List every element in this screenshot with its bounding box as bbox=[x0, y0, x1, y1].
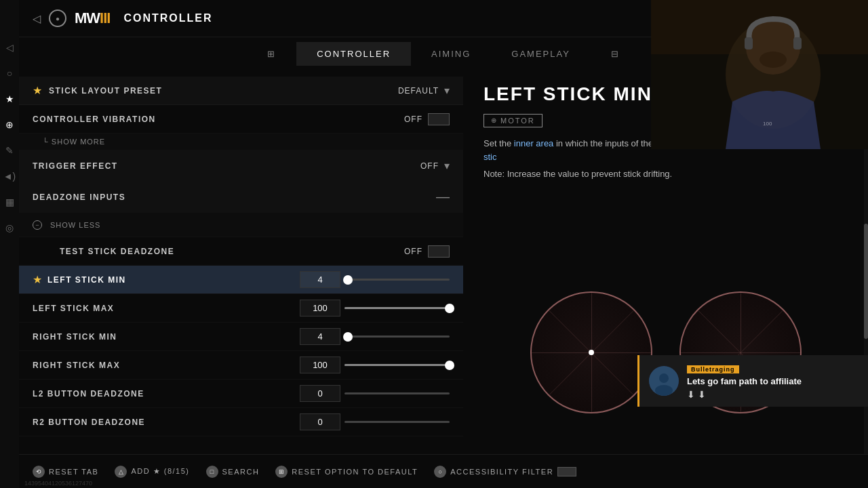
svg-point-1 bbox=[659, 373, 669, 383]
sidebar-icon-grid[interactable]: ▦ bbox=[3, 195, 16, 209]
motor-icon: ⊕ bbox=[491, 117, 496, 124]
notif-content: Bulletraging Lets go fam path to affilia… bbox=[687, 362, 859, 400]
webcam-overlay: 100 bbox=[651, 0, 868, 149]
slider-thumb-2[interactable] bbox=[445, 304, 454, 313]
sidebar-icon-controller[interactable]: ⊕ bbox=[3, 118, 16, 131]
left-stick-center bbox=[589, 350, 594, 355]
trigger-effect-value: OFF bbox=[420, 161, 439, 171]
slider-thumb-4[interactable] bbox=[445, 361, 454, 370]
stick-layout-row[interactable]: ★ STICK LAYOUT PRESET DEFAULT ▾ bbox=[19, 77, 463, 105]
controller-vibration-row[interactable]: CONTROLLER VIBRATION OFF bbox=[19, 105, 463, 134]
test-stick-deadzone-row[interactable]: TEST STICK DEADZONE OFF bbox=[19, 237, 463, 266]
r2-deadzone-slider[interactable] bbox=[344, 421, 450, 423]
tab-controller[interactable]: CONTROLLER bbox=[296, 42, 411, 66]
settings-list: ★ STICK LAYOUT PRESET DEFAULT ▾ CONTROLL… bbox=[19, 70, 463, 443]
left-stick-min-slider[interactable] bbox=[344, 279, 450, 281]
trigger-effect-row[interactable]: TRIGGER EFFECT OFF ▾ bbox=[19, 150, 463, 182]
right-stick-min-value[interactable]: 4 bbox=[300, 328, 340, 345]
profile-icon: ● bbox=[49, 9, 66, 27]
slider-track-4 bbox=[344, 364, 450, 366]
svg-text:100: 100 bbox=[763, 121, 772, 127]
webcam-feed: 100 bbox=[651, 0, 868, 149]
motor-badge: ⊕ MOTOR bbox=[484, 114, 542, 127]
right-stick-min-label: RIGHT STICK MIN bbox=[33, 332, 300, 342]
favorite-star-icon: ★ bbox=[33, 84, 42, 97]
deadzone-inputs-label: DEADZONE INPUTS bbox=[33, 192, 436, 202]
add-star-label: ADD ★ (8/15) bbox=[131, 467, 189, 476]
gamepad-icon: ⊟ bbox=[611, 49, 620, 59]
controller-vibration-toggle[interactable] bbox=[428, 113, 450, 125]
sidebar-icon-back[interactable]: ◁ bbox=[3, 41, 16, 54]
r2-deadzone-value[interactable]: 0 bbox=[300, 413, 340, 430]
test-stick-deadzone-label: TEST STICK DEADZONE bbox=[33, 247, 404, 256]
left-stick-min-row[interactable]: ★ LEFT STICK MIN 4 bbox=[19, 266, 463, 294]
notification-popup: Bulletraging Lets go fam path to affilia… bbox=[637, 355, 868, 407]
search-action[interactable]: □ SEARCH bbox=[206, 466, 260, 478]
back-button[interactable]: ◁ bbox=[33, 12, 41, 25]
controller-vibration-value: OFF bbox=[404, 115, 422, 124]
right-stick-max-row[interactable]: RIGHT STICK MAX 100 bbox=[19, 351, 463, 380]
right-stick-max-slider[interactable] bbox=[344, 364, 450, 366]
tab-gameplay[interactable]: GAMEPLAY bbox=[491, 42, 591, 66]
stick-layout-value: DEFAULT bbox=[398, 86, 439, 96]
sidebar-icon-misc[interactable]: ◎ bbox=[3, 221, 16, 235]
controller-vibration-label: CONTROLLER VIBRATION bbox=[33, 115, 404, 124]
collapse-dash-icon: — bbox=[436, 189, 450, 205]
slider-track-3 bbox=[344, 336, 450, 338]
right-stick-max-label: RIGHT STICK MAX bbox=[33, 361, 300, 370]
trigger-effect-dropdown[interactable]: OFF ▾ bbox=[300, 159, 450, 172]
accessibility-label: ACCESSIBILITY FILTER bbox=[450, 468, 553, 476]
search-label: SEARCH bbox=[222, 468, 260, 476]
left-stick-visual bbox=[530, 291, 652, 413]
sidebar-icon-edit[interactable]: ✎ bbox=[3, 144, 16, 157]
left-stick-max-slider[interactable] bbox=[344, 307, 450, 309]
accessibility-toggle[interactable] bbox=[557, 467, 576, 476]
page-title: CONTROLLER bbox=[123, 12, 212, 24]
reset-tab-icon: ⟲ bbox=[33, 466, 45, 478]
reset-tab-label: RESET TAB bbox=[49, 468, 98, 476]
left-stick-max-row[interactable]: LEFT STICK MAX 100 bbox=[19, 294, 463, 323]
reset-tab-action[interactable]: ⟲ RESET TAB bbox=[33, 466, 98, 478]
show-more-row[interactable]: └ SHOW MORE bbox=[19, 134, 463, 150]
desc-highlight: inner area bbox=[514, 138, 554, 148]
notif-message: Lets go fam path to affiliate bbox=[687, 376, 859, 386]
test-stick-deadzone-toggle[interactable] bbox=[428, 245, 450, 258]
tab-aiming[interactable]: AIMING bbox=[411, 42, 491, 66]
l2-deadzone-slider[interactable] bbox=[344, 392, 450, 394]
session-id: 14395404120536127470 bbox=[19, 479, 98, 488]
show-less-row[interactable]: − SHOW LESS bbox=[19, 213, 463, 237]
slider-fill-4 bbox=[344, 364, 450, 366]
add-star-action[interactable]: △ ADD ★ (8/15) bbox=[115, 466, 189, 478]
stick-layout-dropdown[interactable]: DEFAULT ▾ bbox=[300, 84, 450, 97]
slider-thumb-3[interactable] bbox=[343, 332, 353, 342]
tab-aiming-label: AIMING bbox=[431, 49, 471, 59]
left-stick-min-value[interactable]: 4 bbox=[300, 271, 340, 288]
tab-controller-icon[interactable]: ⊞ bbox=[247, 42, 296, 66]
accessibility-action[interactable]: ○ ACCESSIBILITY FILTER bbox=[434, 466, 576, 478]
left-stick-min-star: ★ bbox=[33, 273, 42, 286]
bottom-bar: ⟲ RESET TAB △ ADD ★ (8/15) □ SEARCH ⊞ RE… bbox=[19, 454, 868, 488]
l2-deadzone-value[interactable]: 0 bbox=[300, 385, 340, 402]
add-star-icon: △ bbox=[115, 466, 127, 478]
notif-icons: ⬇ ⬇ bbox=[687, 389, 859, 400]
l2-deadzone-label: L2 BUTTON DEADZONE bbox=[33, 389, 300, 399]
tab-gameplay-icon[interactable]: ⊟ bbox=[591, 42, 640, 66]
right-stick-max-value[interactable]: 100 bbox=[300, 357, 340, 373]
slider-thumb[interactable] bbox=[343, 275, 353, 285]
sidebar-icon-volume[interactable]: ◄) bbox=[3, 169, 16, 183]
deadzone-inputs-row[interactable]: DEADZONE INPUTS — bbox=[19, 182, 463, 213]
left-stick-max-value[interactable]: 100 bbox=[300, 300, 340, 317]
r2-deadzone-row[interactable]: R2 BUTTON DEADZONE 0 bbox=[19, 408, 463, 436]
svg-rect-7 bbox=[745, 37, 753, 49]
slider-track-5 bbox=[344, 392, 450, 394]
trigger-effect-label: TRIGGER EFFECT bbox=[33, 161, 300, 171]
test-stick-deadzone-value: OFF bbox=[404, 247, 422, 256]
right-stick-min-slider[interactable] bbox=[344, 336, 450, 338]
right-stick-min-row[interactable]: RIGHT STICK MIN 4 bbox=[19, 323, 463, 351]
accessibility-icon: ○ bbox=[434, 466, 446, 478]
svg-point-9 bbox=[760, 52, 787, 68]
sidebar-icon-star[interactable]: ★ bbox=[3, 92, 16, 106]
l2-deadzone-row[interactable]: L2 BUTTON DEADZONE 0 bbox=[19, 380, 463, 408]
reset-option-action[interactable]: ⊞ RESET OPTION TO DEFAULT bbox=[275, 466, 418, 478]
sidebar-icon-circle[interactable]: ○ bbox=[3, 66, 16, 80]
